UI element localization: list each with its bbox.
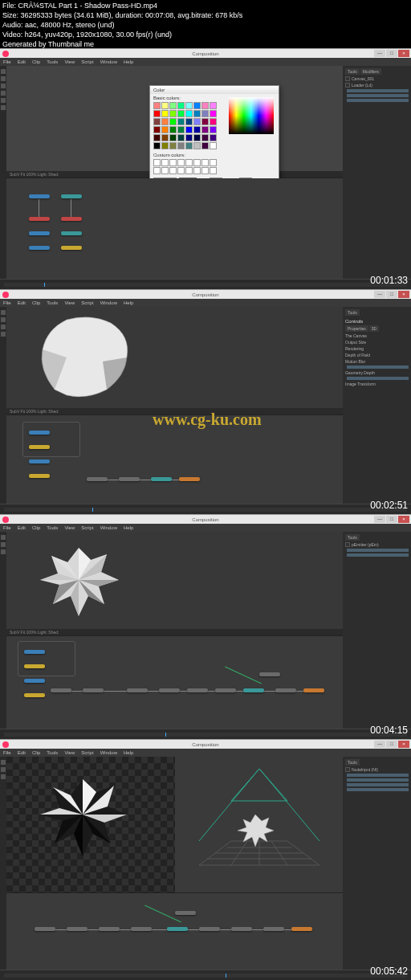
menu-edit[interactable]: Edit <box>18 300 26 305</box>
color-swatch[interactable] <box>193 126 201 133</box>
node[interactable] <box>61 217 82 221</box>
node[interactable] <box>291 927 312 931</box>
tool-icon[interactable] <box>1 76 6 81</box>
close-button[interactable]: × <box>398 516 409 523</box>
node[interactable] <box>29 445 50 449</box>
color-swatch[interactable] <box>177 159 185 166</box>
color-swatch[interactable] <box>193 134 201 141</box>
menu-file[interactable]: File <box>3 525 11 530</box>
color-swatch[interactable] <box>210 167 217 174</box>
node[interactable] <box>24 693 45 697</box>
color-swatch[interactable] <box>169 118 177 125</box>
node[interactable] <box>29 231 50 235</box>
node[interactable] <box>24 650 45 654</box>
timeline-track[interactable] <box>4 283 407 287</box>
color-swatch[interactable] <box>185 134 193 141</box>
color-swatch[interactable] <box>169 134 177 141</box>
expand-icon[interactable] <box>345 83 350 88</box>
maximize-button[interactable]: □ <box>386 741 397 748</box>
menu-tools[interactable]: Tools <box>47 525 58 530</box>
color-swatch[interactable] <box>193 118 201 125</box>
menu-file[interactable]: File <box>3 750 11 755</box>
menu-file[interactable]: File <box>3 59 11 64</box>
node[interactable] <box>151 477 172 481</box>
color-swatch[interactable] <box>193 142 201 149</box>
tool-icon[interactable] <box>1 549 6 554</box>
menu-tools[interactable]: Tools <box>47 59 58 64</box>
tool-icon[interactable] <box>1 774 6 779</box>
menu-clip[interactable]: Clip <box>32 300 40 305</box>
menu-script[interactable]: Script <box>81 59 93 64</box>
param-slider[interactable] <box>347 365 409 369</box>
expand-icon[interactable] <box>345 76 350 81</box>
menu-tools[interactable]: Tools <box>47 300 58 305</box>
node[interactable] <box>24 664 45 668</box>
minimize-button[interactable]: — <box>374 50 385 57</box>
color-swatch[interactable] <box>185 126 193 133</box>
node[interactable] <box>127 688 148 692</box>
node[interactable] <box>29 474 50 478</box>
color-swatch[interactable] <box>161 110 169 117</box>
tool-icon[interactable] <box>1 317 6 322</box>
color-swatch[interactable] <box>185 118 193 125</box>
panel-tab[interactable]: Tools <box>345 309 360 316</box>
color-swatch[interactable] <box>193 110 201 117</box>
node[interactable] <box>29 459 50 463</box>
menu-help[interactable]: Help <box>124 750 133 755</box>
color-swatch[interactable] <box>153 118 161 125</box>
node[interactable] <box>67 927 87 931</box>
node[interactable] <box>29 246 50 250</box>
playhead[interactable] <box>92 508 93 512</box>
timeline[interactable] <box>0 729 411 740</box>
node[interactable] <box>231 927 252 931</box>
param-slider[interactable] <box>347 549 409 552</box>
color-swatch[interactable] <box>210 159 217 166</box>
panel-tab[interactable]: Modifiers <box>360 68 381 75</box>
param-slider[interactable] <box>347 553 409 557</box>
node[interactable] <box>61 194 82 198</box>
expand-icon[interactable] <box>345 542 350 547</box>
node[interactable] <box>29 431 50 435</box>
color-swatch[interactable] <box>193 159 201 166</box>
node[interactable] <box>187 688 208 692</box>
color-swatch[interactable] <box>153 126 161 133</box>
color-spectrum[interactable] <box>229 97 274 134</box>
color-swatch[interactable] <box>201 142 209 149</box>
color-swatch[interactable] <box>185 110 193 117</box>
param-slider[interactable] <box>347 377 409 380</box>
color-swatch[interactable] <box>193 102 201 109</box>
param-slider[interactable] <box>347 774 409 777</box>
color-swatch[interactable] <box>153 159 161 166</box>
playhead[interactable] <box>165 733 166 737</box>
playhead[interactable] <box>226 974 226 978</box>
color-swatch[interactable] <box>210 110 217 117</box>
node[interactable] <box>263 927 284 931</box>
color-swatch[interactable] <box>177 134 185 141</box>
menu-window[interactable]: Window <box>100 525 117 530</box>
menu-view[interactable]: View <box>64 750 75 755</box>
node[interactable] <box>243 688 264 692</box>
tool-icon[interactable] <box>1 310 6 315</box>
menu-clip[interactable]: Clip <box>32 525 40 530</box>
color-swatch[interactable] <box>161 159 169 166</box>
param-slider[interactable] <box>347 89 409 92</box>
menu-file[interactable]: File <box>3 300 11 305</box>
menu-clip[interactable]: Clip <box>32 59 40 64</box>
color-swatch[interactable] <box>210 102 217 109</box>
node[interactable] <box>87 477 108 481</box>
node-graph[interactable] <box>6 178 343 279</box>
node[interactable] <box>159 688 180 692</box>
node[interactable] <box>175 911 196 915</box>
color-swatch[interactable] <box>169 126 177 133</box>
playhead[interactable] <box>44 283 45 287</box>
color-swatch[interactable] <box>185 102 193 109</box>
param-slider[interactable] <box>347 94 409 97</box>
color-swatch[interactable] <box>169 102 177 109</box>
viewer-render[interactable] <box>6 757 175 892</box>
close-button[interactable]: × <box>398 291 409 298</box>
color-swatch[interactable] <box>201 102 209 109</box>
color-swatch[interactable] <box>177 102 185 109</box>
menu-view[interactable]: View <box>64 59 75 64</box>
timeline[interactable] <box>0 970 411 980</box>
node[interactable] <box>99 927 120 931</box>
